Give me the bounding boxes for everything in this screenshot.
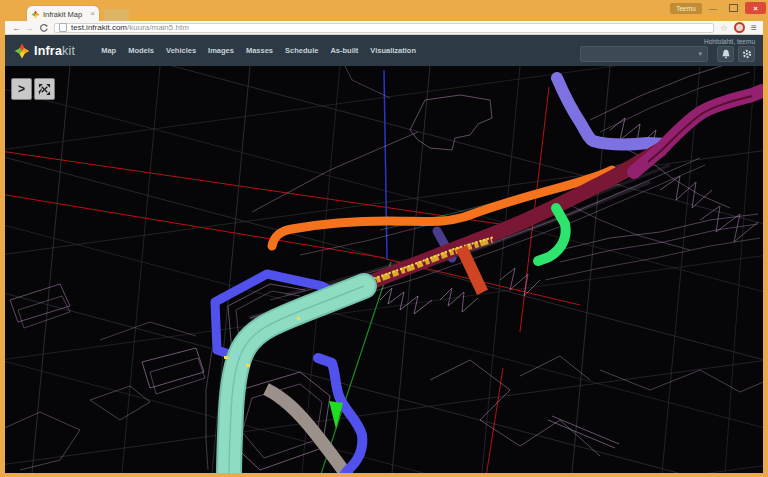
- axis-line-blue: [384, 70, 387, 259]
- app-navbar: Infrakit Map Models Vehicles Images Mass…: [5, 35, 763, 66]
- ramp-bar-red[interactable]: [464, 253, 480, 287]
- expand-arrows-icon: [38, 83, 51, 96]
- maximize-icon: [729, 4, 738, 12]
- brand-logo[interactable]: Infrakit: [14, 43, 75, 59]
- menu-item-vehicles[interactable]: Vehicles: [166, 46, 196, 55]
- map-canvas[interactable]: [5, 66, 763, 473]
- new-tab-button[interactable]: [104, 9, 129, 21]
- notifications-button[interactable]: [717, 46, 734, 62]
- close-button[interactable]: ×: [745, 2, 766, 14]
- page-icon: [59, 23, 67, 32]
- brand-text: Infrakit: [34, 44, 75, 58]
- project-dropdown[interactable]: ▾: [580, 46, 708, 62]
- sidebar-toggle-button[interactable]: >: [11, 78, 32, 100]
- bookmark-star-icon[interactable]: ☆: [720, 23, 728, 33]
- infrakit-pinwheel-icon: [14, 43, 30, 59]
- route-periwinkle-north[interactable]: [557, 78, 666, 145]
- project-user-label[interactable]: Hohtolahti, teemu: [704, 38, 755, 45]
- browser-tab[interactable]: Infrakit Map ×: [27, 6, 99, 22]
- wireframe-linework: [5, 66, 763, 470]
- browser-window: { "tab": { "title": "Infrakit Map", "clo…: [0, 0, 768, 477]
- gear-icon: [741, 48, 753, 60]
- menu-item-map[interactable]: Map: [101, 46, 116, 55]
- bell-icon: [720, 48, 732, 60]
- reload-icon[interactable]: [39, 23, 49, 33]
- menu-item-masses[interactable]: Masses: [246, 46, 273, 55]
- url-text: test.infrakit.com/kuura/main5.htm: [71, 23, 189, 32]
- menu-item-visualization[interactable]: Visualization: [370, 46, 416, 55]
- minimize-button[interactable]: —: [705, 2, 721, 14]
- route-teal[interactable]: [229, 286, 364, 473]
- map-viewport: >: [5, 66, 763, 473]
- fullscreen-button[interactable]: [34, 78, 55, 100]
- main-menu: Map Models Vehicles Images Masses Schedu…: [101, 46, 416, 55]
- menu-item-models[interactable]: Models: [128, 46, 154, 55]
- settings-button[interactable]: [738, 46, 755, 62]
- browser-menu-icon[interactable]: ≡: [751, 23, 757, 33]
- forward-icon[interactable]: →: [25, 23, 34, 33]
- maximize-button[interactable]: [725, 2, 741, 14]
- tab-title: Infrakit Map: [43, 10, 88, 19]
- chevron-down-icon: ▾: [698, 50, 702, 58]
- menu-item-as-built[interactable]: As-built: [330, 46, 358, 55]
- menu-item-schedule[interactable]: Schedule: [285, 46, 318, 55]
- address-bar: ← → test.infrakit.com/kuura/main5.htm ☆ …: [5, 21, 763, 35]
- menu-item-images[interactable]: Images: [208, 46, 234, 55]
- url-field[interactable]: test.infrakit.com/kuura/main5.htm: [54, 23, 714, 33]
- favicon-pinwheel-icon: [31, 10, 40, 19]
- profile-badge[interactable]: Teemu: [670, 3, 702, 14]
- extension-icon[interactable]: [734, 22, 745, 33]
- back-icon[interactable]: ←: [12, 23, 21, 33]
- tab-close-icon[interactable]: ×: [90, 10, 95, 18]
